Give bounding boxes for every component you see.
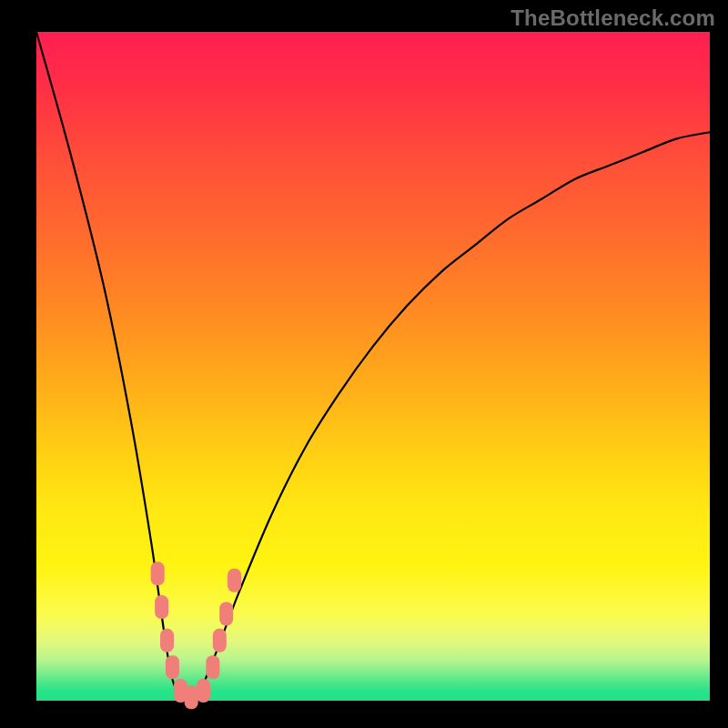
curve-marker — [213, 629, 227, 652]
chart-svg — [36, 32, 710, 701]
curve-marker — [206, 655, 219, 679]
curve-marker — [166, 655, 179, 679]
watermark-text: TheBottleneck.com — [511, 5, 715, 31]
curve-markers — [151, 561, 241, 709]
curve-marker — [160, 629, 174, 652]
curve-marker — [228, 569, 241, 592]
curve-marker — [151, 561, 165, 585]
bottleneck-curve — [36, 32, 710, 702]
chart-frame: TheBottleneck.com — [0, 0, 728, 728]
curve-marker — [185, 685, 198, 709]
curve-marker — [155, 595, 168, 619]
curve-marker — [197, 679, 210, 703]
curve-marker — [219, 602, 233, 625]
